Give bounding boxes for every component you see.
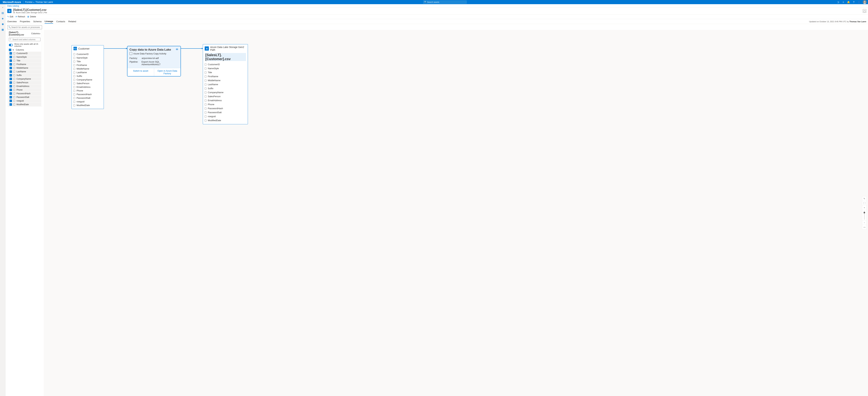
help-icon[interactable]: ? — [851, 0, 856, 4]
header-actions: ⊐ ⌗ 🔔 ? 👤 — [836, 0, 867, 4]
global-search-input[interactable] — [423, 1, 467, 4]
avatar[interactable] — [863, 0, 867, 4]
feedback-icon[interactable]: ⊐ — [836, 0, 841, 4]
chevron-right-icon: ▸ — [33, 1, 34, 3]
search-icon: 🔍 — [424, 1, 427, 3]
global-search: 🔍 — [423, 1, 467, 4]
directory-icon[interactable]: ⌗ — [841, 0, 846, 4]
settings-icon[interactable]: 👤 — [857, 0, 861, 4]
user-crumb[interactable]: Thomas Van Laere — [34, 1, 54, 3]
notifications-icon[interactable]: 🔔 — [846, 0, 851, 4]
global-header: Microsoft Azure Purview ▸ Thomas Van Lae… — [0, 0, 868, 4]
brand-link[interactable]: Microsoft Azure — [1, 1, 22, 3]
service-crumb[interactable]: Purview — [24, 1, 33, 3]
